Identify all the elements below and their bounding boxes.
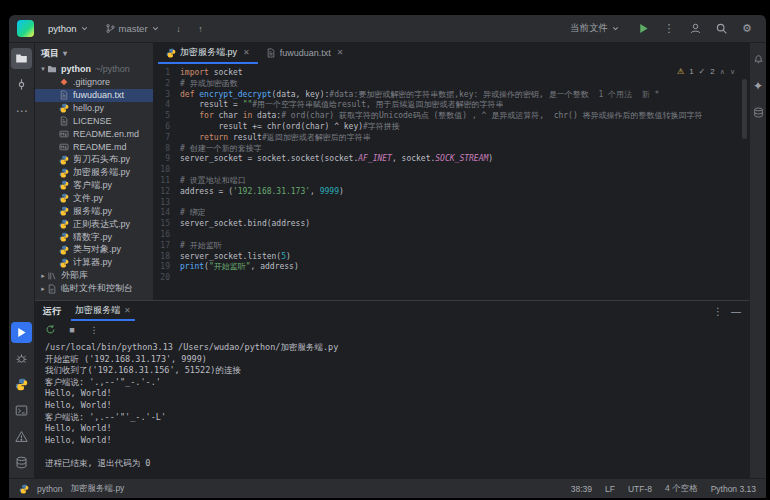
inspections-widget[interactable]: ⚠1 ✓2 ∧ ∨ [677, 67, 735, 76]
code-line: 4 result = ""#用一个空字符串赋值给result, 用于后续返回加密… [154, 100, 749, 111]
python-icon [19, 484, 29, 494]
search-everywhere-button[interactable] [712, 20, 730, 38]
tree-item[interactable]: 服务端.py [35, 205, 153, 218]
txt-icon [266, 48, 276, 58]
tree-item[interactable]: .gitignore [35, 76, 153, 89]
python-file-icon [59, 168, 69, 178]
close-icon[interactable]: ✕ [243, 48, 250, 57]
toolwindow-debug-button[interactable] [11, 348, 32, 369]
tree-item[interactable]: LICENSE [35, 115, 153, 128]
hide-toolwindow-button[interactable]: — [731, 306, 741, 317]
toolwindow-notifications-button[interactable] [751, 51, 766, 66]
code-editor[interactable]: ⚠1 ✓2 ∧ ∨ 1import socket2# 异或加密函数3def en… [154, 65, 749, 300]
prev-problem-icon[interactable]: ∧ [720, 68, 725, 76]
run-button[interactable] [634, 20, 652, 38]
vcs-branch-widget[interactable]: master [99, 20, 166, 37]
editor-tab[interactable]: 加密服务端.py✕ [158, 43, 258, 64]
line-number: 16 [154, 230, 180, 241]
md-icon [59, 142, 69, 152]
toolwindow-database-button[interactable] [751, 105, 766, 120]
line-number: 4 [154, 100, 180, 111]
run-console-output[interactable]: /usr/local/bin/python3.13 /Users/wudao/p… [35, 338, 749, 478]
tree-item[interactable]: hello.py [35, 102, 153, 115]
tree-item[interactable]: fuwuduan.txt [35, 89, 153, 102]
line-number: 8 [154, 144, 180, 155]
project-panel-header[interactable]: 项目 ▾ [35, 43, 153, 63]
editor-tab-label: fuwuduan.txt [280, 48, 331, 58]
user-avatar[interactable] [686, 20, 704, 38]
line-number: 17 [154, 241, 180, 252]
run-more-options-button[interactable]: ⋮ [713, 306, 723, 317]
toolwindow-more-toolwindows-button[interactable]: ⋯ [11, 100, 32, 121]
left-toolwindow-bar: ⋯ [9, 43, 35, 478]
tree-item[interactable]: README.en.md [35, 127, 153, 140]
editor-scrollbar[interactable] [742, 79, 747, 139]
cursor-position[interactable]: 38:39 [571, 484, 592, 494]
interpreter-widget[interactable]: Python 3.13 [711, 484, 756, 494]
indent-style[interactable]: 4 个空格 [665, 483, 698, 495]
rerun-button[interactable] [43, 323, 57, 337]
statusbar-project[interactable]: python [37, 484, 63, 494]
tree-item[interactable]: 类与对象.py [35, 243, 153, 256]
tree-item-label: python [61, 64, 91, 74]
console-line: 进程已结束, 退出代码为 0 [45, 458, 749, 470]
top-row: 项目 ▾ ▾python~/python.gitignorefuwuduan.t… [35, 43, 749, 300]
file-encoding[interactable]: UTF-8 [628, 484, 652, 494]
run-toolwindow-title[interactable]: 运行 [43, 305, 61, 318]
tree-item[interactable]: 客户端.py [35, 179, 153, 192]
tree-item-label: 正则表达式.py [73, 218, 130, 231]
tree-item[interactable]: 猜数字.py [35, 231, 153, 244]
toolwindow-terminal-button[interactable] [11, 400, 32, 421]
toolwindow-commit-button[interactable] [11, 74, 32, 95]
tree-item[interactable]: README.md [35, 140, 153, 153]
console-line: Hello, World! [45, 400, 749, 412]
code-line: 1import socket [154, 68, 749, 79]
commit-icon [15, 78, 28, 91]
toolwindow-services-button[interactable] [11, 452, 32, 473]
line-number: 13 [154, 198, 180, 209]
close-icon[interactable]: ✕ [337, 48, 344, 57]
code-line: 2# 异或加密函数 [154, 79, 749, 90]
tree-item[interactable]: 剪刀石头布.py [35, 153, 153, 166]
code-line: 8# 创建一个新的套接字 [154, 144, 749, 155]
settings-button[interactable]: ⚙ [738, 20, 756, 38]
tree-item[interactable]: ▾python~/python [35, 63, 153, 76]
tree-item[interactable]: 正则表达式.py [35, 218, 153, 231]
toolwindow-problems-button[interactable] [11, 426, 32, 447]
editor-tab[interactable]: fuwuduan.txt✕ [258, 43, 352, 64]
line-number: 10 [154, 165, 180, 176]
tree-item-label: 服务端.py [73, 205, 112, 218]
next-problem-icon[interactable]: ∨ [730, 68, 735, 76]
line-number: 18 [154, 252, 180, 263]
tree-collapsed-icon: ▸ [39, 285, 47, 293]
terminal-icon [15, 404, 28, 417]
bell-icon [753, 53, 764, 64]
console-more-button[interactable]: ⋮ [87, 323, 101, 337]
tree-item[interactable]: 计算器.py [35, 256, 153, 269]
code-line: 7 return result#返回加密或者解密后的字符串 [154, 133, 749, 144]
toolwindow-python-console-button[interactable] [11, 374, 32, 395]
tree-item[interactable]: 文件.py [35, 192, 153, 205]
project-widget[interactable]: python [42, 20, 95, 37]
python-file-icon [59, 180, 69, 190]
stop-button[interactable]: ■ [65, 323, 79, 337]
run-config-selector[interactable]: 当前文件 [564, 19, 626, 38]
run-tab[interactable]: 加密服务端 ✕ [71, 301, 135, 321]
tree-item[interactable]: 加密服务端.py [35, 166, 153, 179]
tree-item[interactable]: ▸外部库 [35, 269, 153, 282]
tree-item[interactable]: ▸临时文件和控制台 [35, 282, 153, 295]
close-icon[interactable]: ✕ [124, 306, 131, 315]
toolwindow-ai-assistant-button[interactable]: ✦ [751, 78, 766, 93]
line-separator[interactable]: LF [605, 484, 615, 494]
vcs-update-button[interactable]: ↓ [170, 20, 188, 38]
more-actions-button[interactable]: ⋮ [660, 20, 678, 38]
vcs-push-button[interactable]: ↑ [192, 20, 210, 38]
line-number: 11 [154, 176, 180, 187]
toolwindow-project-button[interactable] [11, 48, 32, 69]
tree-item-label: 计算器.py [73, 256, 112, 269]
chevron-down-icon: ▾ [63, 49, 67, 58]
statusbar-file[interactable]: 加密服务端.py [71, 483, 125, 495]
python-file-icon [166, 48, 176, 58]
toolwindow-run-button[interactable] [11, 322, 32, 343]
pycharm-window: python master ↓ ↑ 当前文件 ⋮ ⚙ ⋯ [9, 15, 766, 498]
